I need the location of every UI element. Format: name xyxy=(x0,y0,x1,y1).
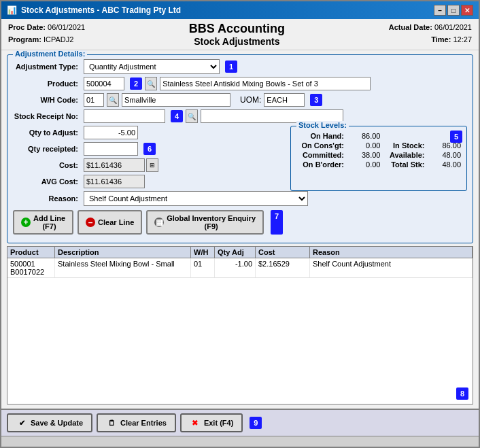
avg-cost-label: AVG Cost: xyxy=(13,177,81,186)
title-bar: 📊 Stock Adjustments - ABC Trading Pty Lt… xyxy=(1,1,479,19)
proc-date-row: Proc Date: 06/01/2021 xyxy=(8,22,85,34)
product-input[interactable] xyxy=(84,77,124,90)
clear-line-button[interactable]: – Clear Line xyxy=(78,210,142,235)
table-body: 500001 B0017022 Stainless Steel Mixing B… xyxy=(7,258,473,326)
type-label: Adjustment Type: xyxy=(13,63,81,71)
title-bar-left: 📊 Stock Adjustments - ABC Trading Pty Lt… xyxy=(7,5,181,15)
stock-grid: On Hand: 86.00 On Cons'gt: 0.00 In Stock… xyxy=(296,132,461,169)
adjustment-type-select[interactable]: Quantity Adjustment Value Adjustment Tra… xyxy=(84,59,220,74)
header-info: Proc Date: 06/01/2021 Program: ICPADJ2 B… xyxy=(1,19,479,50)
stock-receipt-label: Stock Receipt No: xyxy=(13,112,81,120)
avg-cost-row: AVG Cost: xyxy=(13,175,284,188)
badge-9: 9 xyxy=(250,417,262,429)
product-id2: B0017022 xyxy=(10,268,52,276)
badge-5: 5 xyxy=(450,131,462,143)
clear-icon: 🗒 xyxy=(106,417,117,428)
on-border-label: On B'order: xyxy=(296,160,344,169)
product-search-button[interactable]: 🔍 xyxy=(145,77,157,90)
data-table: Product Description W/H Qty Adj Cost Rea… xyxy=(7,246,473,404)
reason-select[interactable]: Shelf Count Adjustment xyxy=(84,191,308,206)
qty-adjust-label: Qty to Adjust: xyxy=(13,128,81,137)
qty-receipted-input[interactable] xyxy=(84,142,138,156)
on-consgt-value: 0.00 xyxy=(348,141,380,150)
cell-description: Stainless Steel Mixing Bowl - Small xyxy=(55,258,191,277)
close-button[interactable]: ✕ xyxy=(461,5,473,16)
qty-adjust-input[interactable] xyxy=(84,126,138,139)
qty-receipted-label: Qty receipted: xyxy=(13,145,81,153)
action-buttons: + Add Line(F7) – Clear Line ▦ Global Inv… xyxy=(13,210,467,235)
on-hand-label: On Hand: xyxy=(296,132,344,140)
col-product: Product xyxy=(7,247,55,258)
badge-7: 7 xyxy=(271,210,283,235)
save-update-button[interactable]: ✔ Save & Update xyxy=(7,413,92,432)
stock-levels-group: Stock Levels: On Hand: 86.00 On Cons'gt:… xyxy=(290,126,467,191)
product-id: 500001 xyxy=(10,260,52,268)
badge-1: 1 xyxy=(225,61,237,73)
stock-receipt-input[interactable] xyxy=(84,109,165,123)
add-line-button[interactable]: + Add Line(F7) xyxy=(13,210,73,235)
wh-code-input[interactable] xyxy=(84,93,104,107)
stock-receipt-search-button[interactable]: 🔍 xyxy=(186,109,198,123)
stock-receipt-row: Stock Receipt No: 4 🔍 xyxy=(13,109,467,123)
exit-icon: ✖ xyxy=(190,417,201,428)
reason-row: Reason: Shelf Count Adjustment xyxy=(13,191,467,206)
on-hand-value: 86.00 xyxy=(348,132,380,140)
clear-line-icon: – xyxy=(86,218,95,227)
window-title: Stock Adjustments - ABC Trading Pty Ltd xyxy=(21,5,181,15)
product-name-input[interactable] xyxy=(160,77,371,90)
two-column-section: Qty to Adjust: Qty receipted: 6 Cost: ⊞ xyxy=(13,126,467,191)
cell-wh: 01 xyxy=(191,258,215,277)
qty-cost-section: Qty to Adjust: Qty receipted: 6 Cost: ⊞ xyxy=(13,126,284,191)
maximize-button[interactable]: □ xyxy=(447,5,460,16)
main-content: Adjustment Details: Adjustment Type: Qua… xyxy=(1,50,479,409)
clear-label: Clear Entries xyxy=(120,419,167,427)
cost-input[interactable] xyxy=(84,158,145,172)
actual-date-label: Actual Date: xyxy=(389,23,432,31)
wh-row: W/H Code: 🔍 UOM: 3 xyxy=(13,93,467,107)
qty-receipted-row: Qty receipted: 6 xyxy=(13,142,284,156)
cell-reason: Shelf Count Adjustment xyxy=(310,258,473,277)
uom-label: UOM: xyxy=(240,95,261,105)
total-stk-label: Total Stk: xyxy=(384,160,424,169)
program-value: ICPADJ2 xyxy=(44,35,73,44)
global-inventory-button[interactable]: ▦ Global Inventory Enquiry(F9) xyxy=(146,210,264,235)
committed-label: Committed: xyxy=(296,151,344,159)
in-stock-label: In Stock: xyxy=(384,141,424,150)
reason-label: Reason: xyxy=(13,194,81,203)
uom-input[interactable] xyxy=(264,93,305,107)
header-left: Proc Date: 06/01/2021 Program: ICPADJ2 xyxy=(8,22,85,46)
available-value: 48.00 xyxy=(429,151,461,159)
proc-date-label: Proc Date: xyxy=(8,23,46,31)
title-bar-controls: – □ ✕ xyxy=(434,5,473,16)
cost-row: Cost: ⊞ xyxy=(13,158,284,172)
cost-calc-button[interactable]: ⊞ xyxy=(146,158,158,172)
exit-button[interactable]: ✖ Exit (F4) xyxy=(180,413,243,432)
product-label: Product: xyxy=(13,80,81,88)
header-right: Actual Date: 06/01/2021 Time: 12:27 xyxy=(389,22,472,46)
proc-date-value: 06/01/2021 xyxy=(48,23,85,31)
status-bar xyxy=(1,436,479,447)
stock-levels-title: Stock Levels: xyxy=(296,121,349,129)
table-row[interactable]: 500001 B0017022 Stainless Steel Mixing B… xyxy=(7,258,473,278)
badge-8: 8 xyxy=(456,387,468,400)
committed-value: 38.00 xyxy=(348,151,380,159)
available-label: Available: xyxy=(384,151,424,159)
bottom-bar: ✔ Save & Update 🗒 Clear Entries ✖ Exit (… xyxy=(1,409,479,436)
header-center: BBS Accounting Stock Adjustments xyxy=(85,22,389,47)
clear-entries-button[interactable]: 🗒 Clear Entries xyxy=(97,413,176,432)
minimize-button[interactable]: – xyxy=(434,5,446,16)
group-title: Adjustment Details: xyxy=(13,50,87,58)
wh-search-button[interactable]: 🔍 xyxy=(107,93,119,107)
actual-date-value: 06/01/2021 xyxy=(434,23,472,31)
cell-qty-adj: -1.00 xyxy=(215,258,256,277)
program-label: Program: xyxy=(8,35,41,44)
product-row: Product: 2 🔍 xyxy=(13,77,467,90)
col-cost: Cost xyxy=(256,247,310,258)
col-reason: Reason xyxy=(310,247,473,258)
wh-name-input[interactable] xyxy=(122,93,230,107)
badge-6: 6 xyxy=(143,143,156,155)
time-value: 12:27 xyxy=(453,35,472,44)
add-line-label: Add Line(F7) xyxy=(33,214,65,230)
global-inv-label: Global Inventory Enquiry(F9) xyxy=(167,214,256,230)
col-wh: W/H xyxy=(191,247,215,258)
